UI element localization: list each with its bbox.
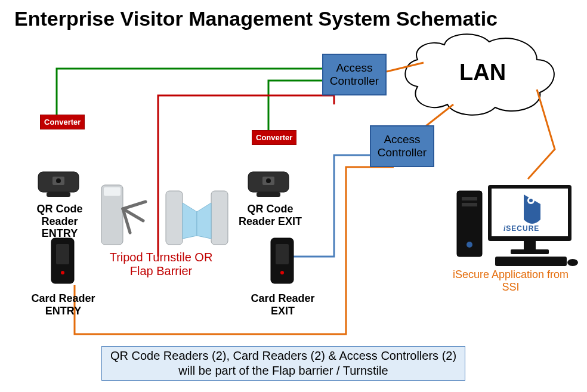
svg-rect-33: [495, 257, 567, 266]
svg-rect-7: [257, 192, 280, 197]
svg-point-36: [529, 199, 533, 202]
card-reader-entry-icon: [48, 236, 78, 289]
converter-2: Converter: [252, 130, 296, 145]
lan-label: LAN: [459, 60, 506, 85]
card-reader-exit-icon: [267, 236, 297, 289]
svg-point-28: [466, 242, 472, 248]
svg-marker-18: [197, 203, 211, 239]
svg-line-0: [387, 63, 424, 72]
pc-icon: iSECURE: [453, 173, 579, 271]
svg-point-34: [567, 259, 578, 266]
svg-point-5: [56, 178, 61, 183]
svg-rect-16: [211, 191, 228, 245]
qr-entry-label: QR Code Reader ENTRY: [24, 203, 95, 240]
svg-rect-27: [462, 203, 477, 206]
tripod-turnstile-icon: [95, 179, 149, 253]
qr-reader-exit-icon: [245, 166, 292, 202]
card-exit-label: Card Reader EXIT: [247, 292, 319, 317]
footer-note: QR Code Readers (2), Card Readers (2) & …: [101, 346, 465, 381]
access-controller-1: Access Controller: [322, 54, 387, 95]
svg-point-9: [266, 178, 271, 183]
qr-exit-label: QR Code Reader EXIT: [237, 203, 303, 227]
svg-rect-23: [276, 244, 289, 264]
isecure-logo-text: SECURE: [506, 224, 539, 233]
page-title: Enterprise Visitor Management System Sch…: [14, 7, 498, 30]
svg-rect-15: [166, 191, 183, 245]
svg-rect-20: [56, 244, 69, 264]
access-controller-2: Access Controller: [370, 125, 434, 167]
converter-1: Converter: [40, 115, 85, 129]
turnstile-label: Tripod Turnstile OR Flap Barrier: [101, 251, 221, 278]
svg-rect-31: [524, 241, 536, 249]
qr-reader-entry-icon: [35, 166, 82, 202]
svg-rect-26: [462, 197, 477, 200]
svg-marker-17: [183, 203, 197, 239]
svg-line-12: [123, 202, 146, 209]
svg-rect-11: [104, 187, 121, 196]
app-label: iSecure Application from SSI: [451, 268, 570, 293]
flap-barrier-icon: [161, 179, 233, 253]
card-entry-label: Card Reader ENTRY: [27, 292, 99, 317]
svg-rect-32: [511, 249, 549, 254]
svg-point-24: [280, 271, 284, 274]
svg-rect-3: [47, 192, 70, 197]
svg-point-21: [61, 271, 64, 274]
